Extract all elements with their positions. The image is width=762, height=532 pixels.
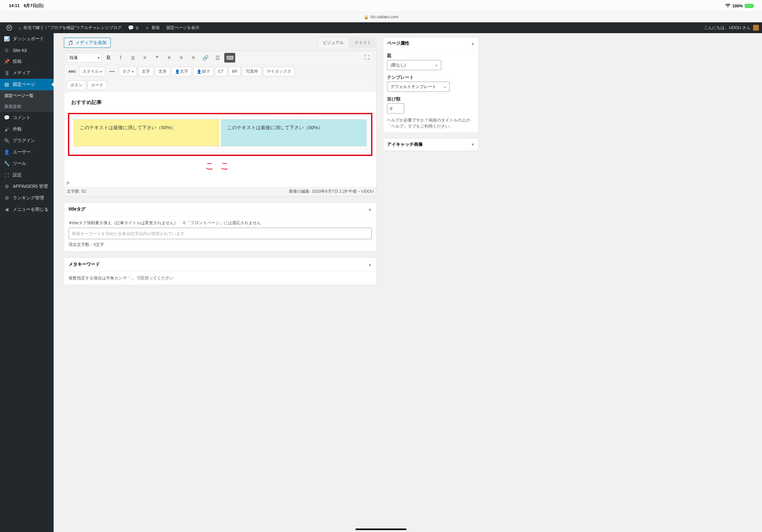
chip-futored[interactable]: 太赤 <box>155 67 170 76</box>
add-media-button[interactable]: 🎵 メディアを追加 <box>64 37 111 48</box>
sidebar-item-0[interactable]: 📊ダッシュボード <box>0 33 54 45</box>
sidebar-icon: 🎛 <box>4 71 10 76</box>
chevron-up-icon: ▲ <box>368 262 372 266</box>
sidebar-icon: ⚙ <box>4 195 10 201</box>
avatar[interactable] <box>753 25 759 31</box>
chip-mybox[interactable]: マイボックス <box>263 67 295 76</box>
admin-sidebar: 📊ダッシュボードGSite Kit📌投稿🎛メディア▤固定ページ固定ページ一覧新規… <box>0 33 54 532</box>
panel-attrs-header[interactable]: ページ属性▲ <box>383 37 478 50</box>
new-link[interactable]: ＋新規 <box>142 22 163 33</box>
panel-thumbnail: アイキャッチ画像▼ <box>383 138 479 151</box>
metabox-title-tag: titleタグ▲ ※titleタグ強制書き換え（記事タイトルは変更されません） … <box>64 202 377 252</box>
sidebar-item-13[interactable]: ◀メニューを閉じる <box>0 204 54 215</box>
chip-person-bold[interactable]: 👤太字 <box>171 67 192 76</box>
more-button[interactable]: ☲ <box>212 53 223 62</box>
wp-logo-menu[interactable] <box>3 22 15 33</box>
style-select[interactable]: スタイル <box>79 67 105 76</box>
attrs-order-input[interactable]: 0 <box>387 103 404 113</box>
sidebar-subitem-0[interactable]: 固定ページ一覧 <box>0 90 54 101</box>
chip-br[interactable]: BR <box>228 67 241 76</box>
bold-button[interactable]: B <box>103 53 114 62</box>
chip-photo[interactable]: 写真枠 <box>242 67 262 76</box>
ul-button[interactable]: ≣ <box>127 53 138 62</box>
sidebar-item-6[interactable]: 🖌外観 <box>0 123 54 135</box>
sidebar-label: 投稿 <box>13 59 22 64</box>
metabox-metakw-header[interactable]: メタキーワード▲ <box>64 258 376 271</box>
sidebar-item-8[interactable]: 👤ユーザー <box>0 146 54 158</box>
element-path[interactable]: P <box>64 179 376 187</box>
sidebar-icon: 📊 <box>4 36 10 42</box>
align-center-button[interactable]: ≡ <box>176 53 187 62</box>
greeting-text[interactable]: こんにちは、UDOU さん <box>704 25 750 31</box>
column-right[interactable]: このテキストは最後に消して下さい（50%） <box>221 119 367 146</box>
metabox-title-tag-header[interactable]: titleタグ▲ <box>64 203 376 216</box>
sidebar-icon: ▤ <box>4 82 10 87</box>
sidebar-item-3[interactable]: 🎛メディア <box>0 67 54 79</box>
browser-url-bar[interactable]: 🔒 biz-zaitaku.com <box>0 12 762 22</box>
attrs-parent-select[interactable]: (親なし) <box>387 60 441 70</box>
sidebar-label: メニューを閉じる <box>13 207 48 212</box>
sidebar-icon: 🔧 <box>4 161 10 166</box>
sidebar-icon: 👤 <box>4 149 10 155</box>
annotation-here: ここ <box>68 160 372 172</box>
sidebar-item-7[interactable]: 🔌プラグイン <box>0 135 54 146</box>
quote-button[interactable]: ❝ <box>152 53 162 62</box>
status-date: 6月7日(日) <box>24 3 43 8</box>
status-time: 14:11 <box>9 3 20 8</box>
tab-text[interactable]: テキスト <box>349 37 377 48</box>
sidebar-label: ランキング管理 <box>13 195 44 201</box>
view-page-link[interactable]: 固定ページを表示 <box>163 22 203 33</box>
chip-futoji[interactable]: 太字 <box>138 67 153 76</box>
sidebar-label: 設定 <box>13 172 22 178</box>
ipad-home-indicator[interactable] <box>355 528 407 530</box>
plus-icon: ＋ <box>145 25 150 31</box>
sidebar-subitem-1[interactable]: 新規追加 <box>0 101 54 112</box>
sidebar-item-4[interactable]: ▤固定ページ <box>0 79 54 90</box>
sidebar-icon: ◀ <box>4 207 10 212</box>
attrs-tmpl-select[interactable]: デフォルトテンプレート <box>387 82 450 92</box>
sidebar-icon: ⛶ <box>4 172 10 178</box>
attrs-order-label: 並び順 <box>387 96 475 102</box>
sidebar-item-2[interactable]: 📌投稿 <box>0 56 54 67</box>
battery-pct: 100% <box>732 4 743 8</box>
lock-icon: 🔒 <box>364 15 369 20</box>
chip-button[interactable]: ボタン <box>67 80 86 90</box>
tab-visual[interactable]: ビジュアル <box>318 37 349 48</box>
link-button[interactable]: 🔗 <box>200 53 211 62</box>
column-left[interactable]: このテキストは最後に消して下さい（50%） <box>74 119 219 146</box>
italic-button[interactable]: I <box>115 53 126 62</box>
home-icon: ⌂ <box>19 25 21 31</box>
title-tag-input[interactable] <box>69 228 372 239</box>
sidebar-label: ユーザー <box>13 149 31 155</box>
format-select[interactable]: 段落 <box>67 53 102 62</box>
chip-ct[interactable]: CT <box>215 67 227 76</box>
comments-link[interactable]: 💬0 <box>125 22 141 33</box>
editor-heading[interactable]: おすすめ記事 <box>69 98 371 107</box>
attrs-help-text: ヘルプが必要ですか？画面のタイトルの上の「ヘルプ」タブをご利用ください。 <box>387 117 475 129</box>
sidebar-item-11[interactable]: ⚙AFFINGER5 管理 <box>0 181 54 192</box>
kitchensink-button[interactable]: ⌨ <box>224 53 235 62</box>
hr-button[interactable]: — <box>107 67 117 76</box>
ol-button[interactable]: ≡ <box>139 53 150 62</box>
panel-thumb-header[interactable]: アイキャッチ画像▼ <box>383 138 478 151</box>
align-right-button[interactable]: ≡ <box>188 53 199 62</box>
align-left-button[interactable]: ≡ <box>164 53 175 62</box>
sidebar-item-1[interactable]: GSite Kit <box>0 45 54 56</box>
sidebar-item-9[interactable]: 🔧ツール <box>0 158 54 169</box>
panel-page-attributes: ページ属性▲ 親 (親なし) テンプレート デフォルトテンプレート 並び順 0 … <box>383 37 479 133</box>
sidebar-item-5[interactable]: 💬コメント <box>0 112 54 123</box>
media-icon: 🎵 <box>68 40 73 45</box>
site-home-link[interactable]: ⌂在宅で稼ぐ！"ブログを検証"リアルチャレンジブログ <box>15 22 125 33</box>
clearfmt-button[interactable]: ABC <box>67 67 78 76</box>
editor-content-area[interactable]: おすすめ記事 このテキストは最後に消して下さい（50%） このテキストは最後に消… <box>64 92 376 172</box>
fullscreen-button[interactable]: ⛶ <box>361 53 372 62</box>
chip-person-small[interactable]: 👤細マ <box>193 67 213 76</box>
ipad-status-bar: 14:11 6月7日(日) 100% <box>0 0 762 12</box>
sidebar-item-12[interactable]: ⚙ランキング管理 <box>0 192 54 204</box>
tinymce-editor: 段落 B I ≣ ≡ ❝ ≡ ≡ ≡ 🔗 ☲ ⌨ ⛶ <box>64 51 377 196</box>
sidebar-icon: 🔌 <box>4 138 10 144</box>
tag-select[interactable]: タグ <box>119 67 137 76</box>
wifi-icon <box>725 4 730 8</box>
chip-card[interactable]: カード <box>87 80 107 90</box>
sidebar-item-10[interactable]: ⛶設定 <box>0 169 54 181</box>
